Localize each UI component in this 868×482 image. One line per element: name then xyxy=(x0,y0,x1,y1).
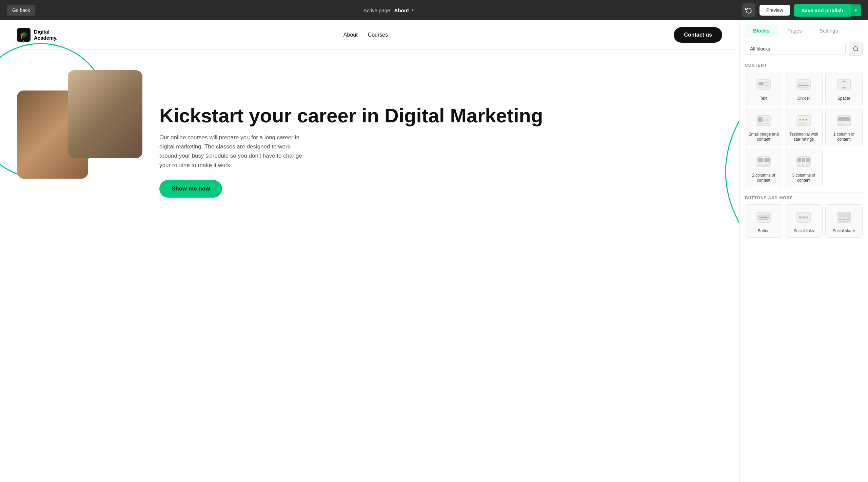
svg-rect-51 xyxy=(763,217,767,218)
block-small-image-content[interactable]: Small image and content xyxy=(745,108,782,146)
active-page-label: Active page: xyxy=(363,7,392,13)
search-icon xyxy=(853,46,859,52)
topbar-right: Preview Save and publish ▾ xyxy=(742,3,861,17)
website-preview: 🎓 Digital Academy. About Courses Contact… xyxy=(0,20,739,482)
svg-rect-34 xyxy=(758,164,763,164)
svg-rect-19 xyxy=(764,118,770,118)
svg-rect-61 xyxy=(839,219,842,220)
right-panel: Blocks Pages Settings All blocks Content… xyxy=(739,20,868,482)
block-2-columns-icon xyxy=(753,153,774,170)
save-publish-container: Save and publish ▾ xyxy=(794,4,861,17)
svg-rect-8 xyxy=(797,80,810,90)
svg-rect-18 xyxy=(758,117,763,122)
svg-rect-44 xyxy=(806,164,810,164)
svg-rect-5 xyxy=(765,84,768,84)
svg-rect-30 xyxy=(838,124,846,125)
svg-rect-43 xyxy=(802,164,805,164)
tab-pages[interactable]: Pages xyxy=(779,24,810,37)
svg-rect-20 xyxy=(764,119,768,120)
site-cta-button[interactable]: Contact us xyxy=(674,27,722,43)
block-divider-icon xyxy=(793,76,814,93)
svg-point-53 xyxy=(799,216,802,219)
svg-rect-42 xyxy=(797,164,801,164)
svg-rect-46 xyxy=(802,165,805,166)
svg-rect-45 xyxy=(797,165,800,166)
block-small-image-content-icon xyxy=(753,112,774,129)
block-1-column-icon xyxy=(834,112,854,129)
block-text-icon xyxy=(753,76,774,93)
block-divider[interactable]: Divider xyxy=(785,72,822,105)
svg-rect-60 xyxy=(839,214,849,217)
person-silhouette-2 xyxy=(68,70,142,158)
svg-rect-37 xyxy=(764,165,768,166)
svg-rect-26 xyxy=(798,123,806,124)
history-button[interactable] xyxy=(742,3,755,17)
block-social-share-icon xyxy=(834,209,854,226)
save-publish-dropdown-button[interactable]: ▾ xyxy=(851,4,861,16)
hero-cta-button[interactable]: Show me how xyxy=(159,180,222,198)
svg-rect-9 xyxy=(798,82,809,82)
block-3-columns-label: 3 columns of content xyxy=(788,173,819,183)
green-curve-decoration xyxy=(719,121,739,223)
svg-rect-40 xyxy=(802,158,805,162)
svg-rect-39 xyxy=(797,158,801,162)
svg-rect-47 xyxy=(806,165,808,166)
page-dropdown-arrow[interactable]: ▾ xyxy=(412,8,414,13)
tab-blocks[interactable]: Blocks xyxy=(745,24,778,37)
hero-image-2 xyxy=(68,70,142,158)
blocks-filter-select[interactable]: All blocks Content Buttons and more xyxy=(745,43,846,55)
block-spacer[interactable]: Spacer xyxy=(825,72,863,105)
block-2-columns-label: 2 columns of content xyxy=(748,173,779,183)
block-2-columns[interactable]: 2 columns of content xyxy=(745,149,782,187)
svg-rect-63 xyxy=(847,219,849,220)
svg-rect-41 xyxy=(806,158,810,162)
buttons-blocks-grid: Button Social links xyxy=(739,203,868,243)
block-social-links[interactable]: Social links xyxy=(785,204,822,238)
site-logo: 🎓 Digital Academy. xyxy=(17,28,58,42)
svg-line-1 xyxy=(857,50,858,51)
topbar-center: Active page: About ▾ xyxy=(363,7,414,13)
svg-point-0 xyxy=(853,46,857,51)
hero-section: Kickstart your career in Digital Marketi… xyxy=(0,50,739,253)
svg-point-55 xyxy=(806,216,808,219)
svg-rect-29 xyxy=(838,123,850,123)
buttons-section-label: BUTTONS AND MORE xyxy=(739,193,868,203)
block-button-label: Button xyxy=(758,228,770,234)
content-blocks-grid: Text Divider xyxy=(739,71,868,193)
blocks-filter: All blocks Content Buttons and more xyxy=(739,37,868,60)
block-social-share[interactable]: Social share xyxy=(825,204,863,238)
svg-text:★★★: ★★★ xyxy=(798,118,808,121)
panel-tabs: Blocks Pages Settings xyxy=(739,20,868,37)
block-divider-label: Divider xyxy=(797,96,810,101)
hero-title: Kickstart your career in Digital Marketi… xyxy=(159,105,722,126)
svg-rect-12 xyxy=(798,87,808,88)
svg-rect-36 xyxy=(758,165,761,166)
active-page-value[interactable]: About xyxy=(394,7,409,13)
go-back-button[interactable]: Go back xyxy=(7,5,35,16)
logo-line1: Digital xyxy=(34,29,58,35)
preview-button[interactable]: Preview xyxy=(760,5,790,16)
nav-courses[interactable]: Courses xyxy=(368,32,388,38)
nav-about[interactable]: About xyxy=(343,32,358,38)
block-text[interactable]: Text xyxy=(745,72,782,105)
svg-rect-3 xyxy=(758,82,764,85)
block-button[interactable]: Button xyxy=(745,204,782,238)
hero-images xyxy=(17,70,146,233)
save-publish-button[interactable]: Save and publish xyxy=(794,4,851,17)
block-1-column[interactable]: 1 column of content xyxy=(825,108,863,146)
canvas-area: 🎓 Digital Academy. About Courses Contact… xyxy=(0,20,739,482)
svg-rect-28 xyxy=(838,117,850,121)
block-testimonial-star[interactable]: ★★★ Testimonial with star ratings xyxy=(785,108,822,146)
svg-rect-33 xyxy=(764,158,770,162)
block-3-columns-icon xyxy=(793,153,814,170)
tab-settings[interactable]: Settings xyxy=(811,24,846,37)
block-3-columns[interactable]: 3 columns of content xyxy=(785,149,822,187)
history-icon xyxy=(745,7,752,14)
blocks-search-button[interactable] xyxy=(849,42,863,56)
logo-text: Digital Academy. xyxy=(34,29,58,41)
block-social-links-icon xyxy=(793,209,814,226)
block-text-label: Text xyxy=(760,96,767,101)
block-1-column-label: 1 column of content xyxy=(828,132,860,142)
svg-rect-10 xyxy=(798,83,807,84)
block-testimonial-star-icon: ★★★ xyxy=(793,112,814,129)
